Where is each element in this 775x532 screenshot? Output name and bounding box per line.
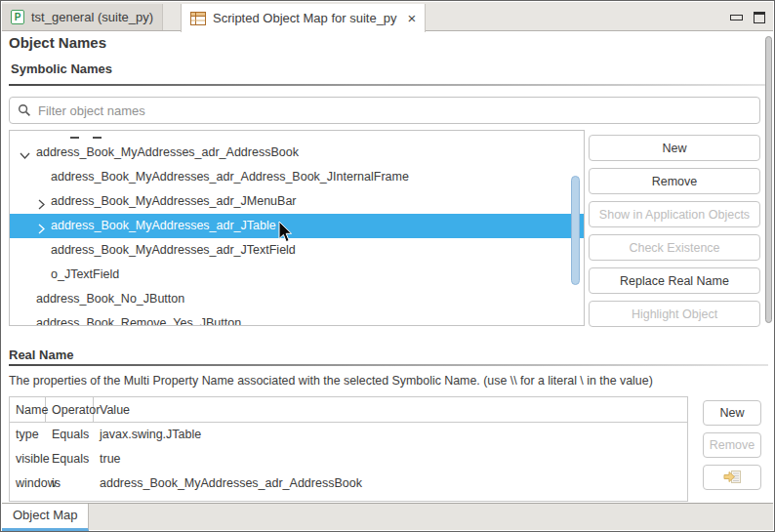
chevron-down-icon[interactable] — [19, 146, 31, 159]
symbolic-names-heading: Symbolic Names — [11, 61, 112, 76]
page-title: Object Names — [9, 34, 106, 51]
tree-item[interactable]: address_Book_No_JButton — [10, 287, 584, 311]
chevron-right-icon[interactable] — [35, 220, 48, 232]
check-existence-button[interactable]: Check Existence — [589, 234, 760, 261]
minimize-icon[interactable] — [730, 15, 743, 20]
replace-real-name-button[interactable]: Replace Real Name — [589, 267, 760, 294]
object-map-editor-window: P tst_general (suite_py) Scripted Object… — [0, 0, 775, 532]
tree-item[interactable]: o_JTextField — [10, 263, 584, 287]
real-name-heading: Real Name — [9, 348, 73, 362]
object-map-icon — [190, 12, 206, 25]
symbolic-names-tree: address_Book_MyAddresses_adr_AddressBook… — [9, 130, 585, 326]
show-in-application-objects-button[interactable]: Show in Application Objects — [589, 201, 760, 227]
column-header-operator: Operator — [46, 397, 94, 422]
tab-object-map[interactable]: Object Map — [2, 504, 89, 531]
remove-symbolic-name-button[interactable]: Remove — [589, 168, 760, 194]
bottom-tab-bar: Object Map — [2, 503, 773, 530]
editor-tab-bar: P tst_general (suite_py) Scripted Object… — [2, 2, 773, 31]
column-header-value: Value — [94, 397, 687, 422]
partially-scrolled-tree-row[interactable] — [10, 131, 584, 141]
highlight-object-button[interactable]: Highlight Object — [589, 301, 760, 327]
tree-item[interactable]: address_Book_MyAddresses_adr_JTextField — [10, 238, 584, 263]
tree-item[interactable]: address_Book_MyAddresses_adr_AddressBook — [10, 141, 584, 165]
remove-property-button[interactable]: Remove — [703, 432, 761, 458]
real-name-description: The properties of the Multi Property Nam… — [9, 374, 653, 388]
table-header-row: Name Operator Value — [10, 397, 687, 423]
tab-scripted-object-map[interactable]: Scripted Object Map for suite_py × — [181, 4, 426, 32]
tree-item-selected[interactable]: address_Book_MyAddresses_adr_JTable — [10, 214, 584, 238]
tab-label: tst_general (suite_py) — [31, 10, 153, 24]
search-icon — [18, 103, 31, 117]
tree-item[interactable]: address_Book_Remove_Yes_JButton — [10, 311, 584, 326]
chevron-right-icon[interactable] — [35, 195, 48, 208]
new-property-button[interactable]: New — [703, 400, 761, 426]
table-row[interactable]: type Equals javax.swing.JTable — [10, 423, 687, 447]
new-symbolic-name-button[interactable]: New — [589, 135, 760, 161]
tab-label: Scripted Object Map for suite_py — [213, 11, 397, 25]
column-header-name: Name — [10, 397, 46, 422]
tab-tst-general[interactable]: P tst_general (suite_py) — [2, 4, 163, 30]
filter-input[interactable] — [38, 103, 752, 118]
filter-field-wrap — [9, 97, 760, 124]
section-divider — [9, 84, 768, 86]
table-row[interactable]: window is address_Book_MyAddresses_adr_A… — [10, 471, 687, 496]
tree-item[interactable]: address_Book_MyAddresses_adr_JMenuBar — [10, 189, 584, 214]
paste-into-object-map-icon — [723, 470, 742, 485]
section-divider — [9, 364, 768, 366]
maximize-icon[interactable] — [754, 12, 765, 23]
close-icon[interactable]: × — [408, 11, 417, 25]
table-row[interactable]: visible Equals true — [10, 447, 687, 471]
python-script-icon: P — [11, 10, 24, 24]
view-scrollbar-thumb[interactable] — [765, 36, 772, 323]
real-name-properties-table: Name Operator Value type Equals javax.sw… — [9, 396, 688, 502]
paste-into-object-map-button[interactable] — [703, 465, 761, 490]
tree-item[interactable]: address_Book_MyAddresses_adr_Address_Boo… — [10, 165, 584, 189]
tree-scrollbar-thumb[interactable] — [571, 176, 580, 285]
